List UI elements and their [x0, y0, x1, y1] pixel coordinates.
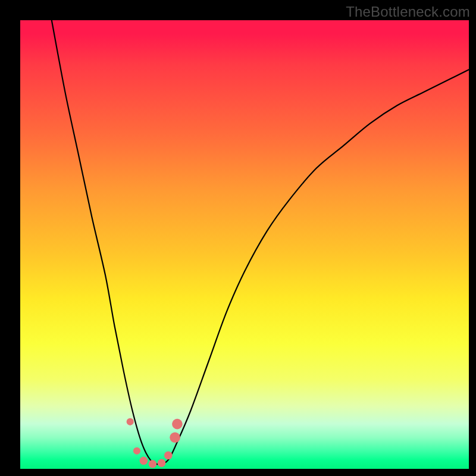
chart-svg — [20, 20, 469, 469]
curve-marker — [164, 452, 173, 460]
curve-marker — [149, 460, 157, 468]
chart-plot-area — [20, 20, 469, 469]
watermark-text: TheBottleneck.com — [346, 4, 470, 20]
curve-marker — [140, 457, 148, 465]
bottleneck-curve — [52, 20, 469, 465]
curve-marker — [172, 419, 183, 430]
curve-marker — [158, 459, 166, 467]
curve-marker — [170, 432, 180, 443]
curve-marker — [133, 447, 140, 455]
curve-marker — [127, 418, 134, 425]
curve-markers — [127, 418, 183, 468]
chart-frame: TheBottleneck.com — [0, 0, 476, 476]
